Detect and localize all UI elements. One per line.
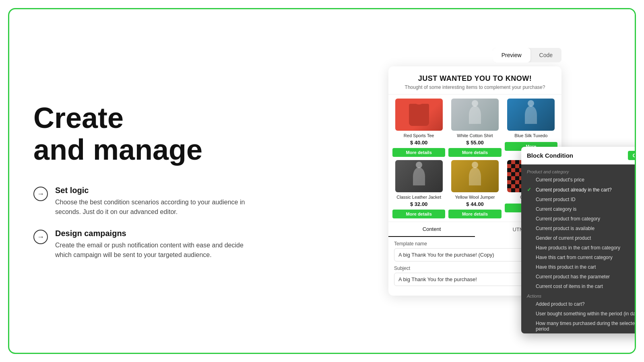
bc-item-text: How many times purchased during the sele… (536, 321, 636, 332)
bc-list-item[interactable]: Have this cart from current category (521, 253, 636, 262)
feature-desc-2: Create the email or push notification co… (55, 241, 248, 260)
bc-item-text: Current category is (536, 206, 576, 212)
feature-title-1: Set logic (55, 186, 248, 195)
leather-image (395, 160, 443, 192)
feature-list: → Set logic Choose the best condition sc… (33, 186, 291, 260)
bc-item-text: Current product's price (536, 177, 584, 183)
bc-item-text: Current product from category (536, 216, 600, 222)
product-name-2: White Cotton Shirt (457, 133, 493, 138)
bc-list-item[interactable]: Gender of current product (521, 233, 636, 243)
bc-item-text: Current product is available (536, 226, 594, 231)
product-img-3 (507, 99, 555, 131)
app-container: Create and manage → Set logic Choose the… (8, 8, 636, 354)
bc-list-item[interactable]: How many times purchased during the sele… (521, 319, 636, 333)
email-preview-card: Preview Code JUST WANTED YOU TO KNOW! Th… (388, 66, 561, 296)
bc-title: Block Condition (527, 152, 573, 159)
bc-item-text: Current product ID (536, 197, 576, 202)
product-card-2: White Cotton Shirt $ 55.00 More details (448, 99, 501, 157)
tab-preview[interactable]: Preview (493, 48, 530, 62)
bc-item-text: Added product to cart? (536, 301, 584, 307)
tab-content[interactable]: Content (388, 222, 475, 237)
more-details-btn-2[interactable]: More details (448, 148, 501, 157)
product-img-2 (451, 99, 499, 131)
yellow-image (451, 160, 499, 192)
email-subtitle: Thought of some interesting items to com… (395, 84, 555, 90)
product-price-4: $ 32.00 (410, 201, 427, 207)
block-condition-popup: Block Condition Ok Product and categoryC… (521, 147, 636, 333)
bc-item-text: Gender of current product (536, 235, 591, 241)
right-panel: Preview Code JUST WANTED YOU TO KNOW! Th… (315, 9, 635, 353)
blue-tuxedo-image (507, 99, 555, 131)
bc-item-text: Current product already in the cart? (536, 187, 612, 193)
product-name-4: Classic Leather Jacket (396, 195, 441, 200)
email-title: JUST WANTED YOU TO KNOW! (395, 74, 555, 83)
bc-ok-button[interactable]: Ok (628, 151, 636, 160)
product-card-5: Yellow Wool Jumper $ 44.00 More details (448, 160, 501, 218)
bc-list-item[interactable]: Current product is available (521, 224, 636, 233)
bc-list-item[interactable]: Current cost of items in the cart (521, 282, 636, 291)
more-details-btn-1[interactable]: More details (392, 148, 445, 157)
person-silhouette-2 (469, 106, 481, 124)
tab-code[interactable]: Code (530, 48, 561, 62)
bc-list-item[interactable]: Added product to cart? (521, 299, 636, 309)
white-shirt-image (451, 99, 499, 131)
bc-header: Block Condition Ok (521, 147, 636, 165)
shirt-shape (409, 104, 429, 126)
person-silhouette-4 (413, 167, 425, 185)
bc-list-item[interactable]: Current category is (521, 204, 636, 214)
product-price-2: $ 55.00 (466, 140, 483, 146)
more-details-btn-4[interactable]: More details (392, 210, 445, 218)
product-card-4: Classic Leather Jacket $ 32.00 More deta… (392, 160, 445, 218)
bc-list-item[interactable]: Current product ID (521, 195, 636, 204)
feature-set-logic: → Set logic Choose the best condition sc… (33, 186, 291, 217)
product-name-1: Red Sports Tee (404, 133, 434, 138)
bc-list-item[interactable]: User bought something within the period … (521, 309, 636, 319)
product-price-1: $ 40.00 (410, 140, 427, 146)
feature-design-campaigns: → Design campaigns Create the email or p… (33, 229, 291, 260)
arrow-icon-1: → (33, 187, 48, 201)
bc-item-text: Current product has the parameter (536, 274, 610, 280)
product-price-5: $ 44.00 (466, 201, 483, 207)
bc-list-item[interactable]: Current product from category (521, 214, 636, 224)
person-silhouette-3 (525, 106, 537, 124)
bc-list-item[interactable]: Have products in the cart from category (521, 243, 636, 253)
product-name-3: Blue Silk Tuxedo (514, 133, 547, 138)
bc-list: Product and categoryCurrent product's pr… (521, 165, 636, 333)
person-silhouette-5 (469, 167, 481, 185)
bc-list-item[interactable]: Current product's price (521, 175, 636, 185)
bc-item-text: Current cost of items in the cart (536, 284, 603, 289)
bc-section-label: Actions (521, 291, 636, 299)
product-img-5 (451, 160, 499, 192)
red-shirt-image (395, 99, 443, 131)
bc-item-text: Have products in the cart from category (536, 245, 620, 251)
product-card-1: Red Sports Tee $ 40.00 More details (392, 99, 445, 157)
product-img-1 (395, 99, 443, 131)
arrow-icon-2: → (33, 230, 48, 244)
bc-item-text: User bought something within the period … (536, 311, 636, 317)
bc-item-text: Have this cart from current category (536, 255, 613, 260)
product-img-4 (395, 160, 443, 192)
bc-item-text: Have this product in the cart (536, 264, 596, 270)
hero-title: Create and manage (33, 102, 291, 166)
bc-list-item[interactable]: Have this product in the cart (521, 262, 636, 272)
bc-list-item[interactable]: Current product has the parameter (521, 272, 636, 282)
more-details-btn-5[interactable]: More details (448, 210, 501, 218)
bc-list-item[interactable]: ✓Current product already in the cart? (521, 185, 636, 195)
email-header: JUST WANTED YOU TO KNOW! Thought of some… (388, 66, 561, 95)
preview-tabs: Preview Code (493, 48, 561, 62)
bc-check-icon: ✓ (527, 187, 533, 193)
left-panel: Create and manage → Set logic Choose the… (9, 9, 315, 353)
bc-section-label: Product and category (521, 167, 636, 175)
product-name-5: Yellow Wool Jumper (455, 195, 495, 200)
feature-desc-1: Choose the best condition scenarios acco… (55, 197, 248, 217)
feature-title-2: Design campaigns (55, 229, 248, 238)
